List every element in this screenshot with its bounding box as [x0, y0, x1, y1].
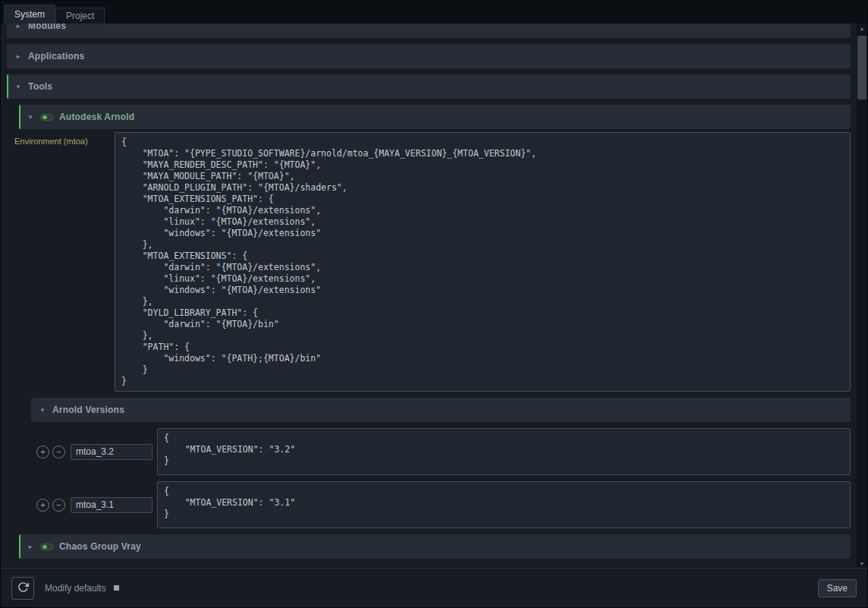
version-row: + − { "MTOA_VERSION": "3.1" }: [36, 481, 851, 528]
tools-section-body: ▾ Autodesk Arnold Environment (mtoa) { "…: [7, 105, 851, 559]
section-title-tools: Tools: [28, 81, 52, 92]
group-header-arnold-versions[interactable]: ▾ Arnold Versions: [31, 398, 851, 422]
chevron-down-icon: ▾: [27, 113, 34, 121]
chevron-right-icon: ▸: [14, 24, 22, 30]
vray-enabled-toggle[interactable]: [40, 543, 53, 550]
version-value-textarea[interactable]: { "MTOA_VERSION": "3.2" }: [157, 428, 851, 475]
add-version-button[interactable]: +: [36, 499, 49, 512]
refresh-icon: [17, 581, 29, 595]
modify-defaults-checkbox[interactable]: [114, 585, 119, 591]
chevron-right-icon: ▸: [14, 52, 22, 60]
version-row: + − { "MTOA_VERSION": "3.2" }: [36, 428, 851, 475]
group-header-autodesk-arnold[interactable]: ▾ Autodesk Arnold: [19, 105, 851, 129]
settings-content: ▸ Modules ▸ Applications ▾ Tools ▾ Autod…: [1, 24, 857, 568]
group-header-chaos-group-vray[interactable]: ▸ Chaos Group Vray: [19, 534, 851, 559]
group-title-chaos-group-vray: Chaos Group Vray: [59, 541, 141, 552]
group-title-autodesk-arnold: Autodesk Arnold: [59, 112, 134, 122]
environment-row: Environment (mtoa) { "MTOA": "{PYPE_STUD…: [14, 132, 851, 392]
environment-mtoa-textarea[interactable]: { "MTOA": "{PYPE_STUDIO_SOFTWARE}/arnold…: [115, 132, 851, 392]
tab-system[interactable]: System: [4, 5, 55, 24]
environment-mtoa-label: Environment (mtoa): [14, 132, 115, 146]
scroll-down-button[interactable]: ▼: [857, 559, 867, 568]
scroll-up-button[interactable]: ▲: [857, 24, 867, 33]
settings-scroll-area: ▸ Modules ▸ Applications ▾ Tools ▾ Autod…: [1, 24, 867, 568]
section-header-modules[interactable]: ▸ Modules: [7, 24, 851, 38]
add-version-button[interactable]: +: [36, 446, 49, 458]
section-title-applications: Applications: [28, 51, 84, 61]
group-title-arnold-versions: Arnold Versions: [52, 405, 124, 415]
tab-bar: System Project: [1, 1, 867, 24]
version-key-input[interactable]: [71, 444, 153, 460]
chevron-down-icon: ▾: [14, 83, 22, 90]
vertical-scrollbar: ▲ ▼: [857, 24, 867, 568]
section-title-modules: Modules: [28, 24, 66, 31]
modify-defaults-label: Modify defaults: [45, 583, 106, 594]
version-value-textarea[interactable]: { "MTOA_VERSION": "3.1" }: [157, 481, 851, 528]
tab-project[interactable]: Project: [55, 8, 105, 24]
arnold-enabled-toggle[interactable]: [40, 114, 53, 121]
remove-version-button[interactable]: −: [52, 499, 65, 512]
save-button[interactable]: Save: [818, 579, 857, 597]
chevron-right-icon: ▸: [27, 543, 34, 550]
section-header-applications[interactable]: ▸ Applications: [7, 44, 851, 68]
chevron-down-icon: ▾: [39, 406, 46, 414]
refresh-button[interactable]: [11, 577, 34, 600]
section-header-tools[interactable]: ▾ Tools: [7, 74, 851, 99]
remove-version-button[interactable]: −: [52, 446, 65, 458]
version-key-input[interactable]: [71, 497, 153, 513]
footer-bar: Modify defaults Save: [1, 568, 867, 607]
scrollbar-thumb[interactable]: [857, 36, 866, 99]
